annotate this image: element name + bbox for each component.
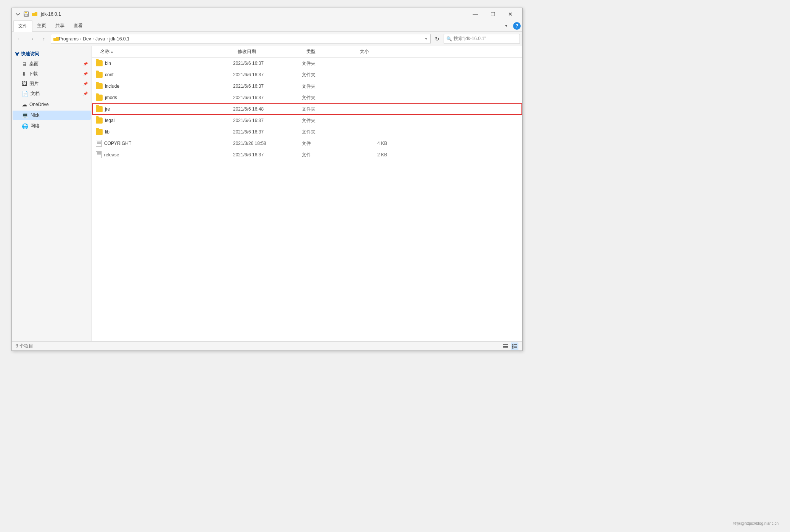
- item-count: 9 个项目: [16, 343, 33, 349]
- svg-rect-3: [503, 344, 508, 345]
- quick-access-header[interactable]: ⮟ 快速访问: [12, 49, 92, 59]
- file-type-cell: 文件: [299, 152, 352, 158]
- file-name-cell: conf: [93, 72, 230, 78]
- crumb-dev[interactable]: Dev: [83, 36, 91, 42]
- file-doc-icon: [96, 151, 102, 158]
- ribbon-tab-home[interactable]: 主页: [32, 20, 51, 31]
- sidebar: ⮟ 快速访问 🖥 桌面 📌 ⬇ 下载 📌 🖼 图片 📌: [12, 46, 92, 341]
- quick-access-down-icon[interactable]: [15, 11, 21, 17]
- svg-rect-8: [512, 346, 513, 347]
- file-doc-icon: [96, 140, 102, 147]
- file-name-label: bin: [105, 61, 111, 66]
- desktop-icon: 🖥: [22, 61, 27, 67]
- ribbon-tab-share[interactable]: 共享: [51, 20, 69, 31]
- svg-rect-5: [503, 347, 508, 348]
- file-type-cell: 文件夹: [299, 83, 352, 90]
- col-header-date[interactable]: 修改日期: [235, 48, 303, 56]
- search-box[interactable]: 🔍 搜索"jdk-16.0.1": [444, 34, 520, 44]
- file-name-cell: legal: [93, 117, 230, 124]
- maximize-button[interactable]: ☐: [484, 8, 502, 20]
- forward-button[interactable]: →: [26, 34, 37, 44]
- sidebar-item-thispc-label: Nick: [31, 113, 39, 118]
- table-row[interactable]: COPYRIGHT2021/3/26 18:58文件4 KB: [92, 138, 522, 149]
- file-date-cell: 2021/6/6 16:37: [230, 95, 299, 100]
- statusbar: 9 个项目: [12, 341, 522, 350]
- file-name-cell: release: [93, 151, 230, 158]
- table-row[interactable]: conf2021/6/6 16:37文件夹: [92, 69, 522, 80]
- file-type-cell: 文件夹: [299, 117, 352, 124]
- pin-icon-downloads: 📌: [83, 72, 88, 76]
- col-header-type[interactable]: 类型: [303, 48, 357, 56]
- sidebar-item-documents-label: 文档: [31, 90, 40, 97]
- list-view-button[interactable]: [502, 342, 509, 350]
- address-dropdown-icon[interactable]: ▼: [424, 37, 428, 41]
- table-row[interactable]: include2021/6/6 16:37文件夹: [92, 80, 522, 92]
- file-list: 名称 ▲ 修改日期 类型 大小 bin2021/6/6 16:37文件夹conf…: [92, 46, 522, 341]
- table-row[interactable]: jmods2021/6/6 16:37文件夹: [92, 92, 522, 103]
- file-explorer-window: jdk-16.0.1 — ☐ ✕ 文件 主页 共享 查看 ▼ ? ← → ↑ P…: [11, 8, 523, 351]
- ribbon-tab-file[interactable]: 文件: [13, 20, 32, 32]
- crumb-programs[interactable]: Programs: [59, 36, 79, 42]
- address-box[interactable]: Programs › Dev › Java › jdk-16.0.1 ▼: [51, 34, 431, 44]
- sidebar-item-desktop[interactable]: 🖥 桌面 📌: [13, 59, 91, 69]
- pin-icon-documents: 📌: [83, 92, 88, 96]
- sidebar-item-network[interactable]: 🌐 网络: [13, 121, 91, 131]
- window-controls: — ☐ ✕: [467, 8, 519, 20]
- file-name-label: legal: [105, 118, 114, 123]
- file-type-cell: 文件夹: [299, 72, 352, 78]
- file-name-cell: include: [93, 83, 230, 89]
- onedrive-section: ☁ OneDrive: [12, 100, 92, 109]
- file-name-label: COPYRIGHT: [104, 141, 131, 146]
- detail-view-button[interactable]: [511, 342, 518, 350]
- refresh-button[interactable]: ↻: [432, 34, 442, 44]
- crumb-java[interactable]: Java: [95, 36, 105, 42]
- sidebar-item-onedrive-label: OneDrive: [29, 102, 49, 107]
- file-date-cell: 2021/6/6 16:37: [230, 129, 299, 135]
- ribbon: 文件 主页 共享 查看 ▼ ?: [12, 20, 522, 32]
- documents-icon: 📄: [22, 91, 28, 97]
- thispc-icon: 💻: [22, 112, 28, 118]
- crumb-jdk[interactable]: jdk-16.0.1: [109, 36, 130, 42]
- file-date-cell: 2021/6/6 16:37: [230, 72, 299, 77]
- table-row[interactable]: jre2021/6/6 16:48文件夹: [92, 103, 522, 115]
- svg-rect-7: [514, 344, 517, 345]
- save-icon[interactable]: [23, 11, 29, 17]
- col-header-name[interactable]: 名称 ▲: [97, 48, 235, 56]
- help-button[interactable]: ?: [513, 22, 521, 30]
- sidebar-item-documents[interactable]: 📄 文档 📌: [13, 89, 91, 98]
- file-date-cell: 2021/6/6 16:37: [230, 61, 299, 66]
- sidebar-item-onedrive[interactable]: ☁ OneDrive: [13, 100, 91, 109]
- quick-access-label: 快速访问: [21, 51, 39, 57]
- col-header-size[interactable]: 大小: [357, 48, 395, 56]
- file-type-cell: 文件夹: [299, 129, 352, 135]
- close-button[interactable]: ✕: [502, 8, 519, 20]
- file-date-cell: 2021/6/6 16:37: [230, 152, 299, 158]
- file-name-cell: lib: [93, 129, 230, 135]
- file-date-cell: 2021/6/6 16:37: [230, 84, 299, 89]
- ribbon-expand-button[interactable]: ▼: [501, 21, 512, 31]
- table-row[interactable]: lib2021/6/6 16:37文件夹: [92, 126, 522, 138]
- minimize-button[interactable]: —: [467, 8, 484, 20]
- table-row[interactable]: release2021/6/6 16:37文件2 KB: [92, 149, 522, 161]
- pin-icon-pictures: 📌: [83, 82, 88, 86]
- file-date-cell: 2021/6/6 16:37: [230, 118, 299, 123]
- table-row[interactable]: legal2021/6/6 16:37文件夹: [92, 115, 522, 126]
- quick-access-section: ⮟ 快速访问 🖥 桌面 📌 ⬇ 下载 📌 🖼 图片 📌: [12, 49, 92, 98]
- watermark: 转摘@https://blog.nianc.cn: [733, 521, 779, 526]
- titlebar: jdk-16.0.1 — ☐ ✕: [12, 8, 522, 20]
- svg-rect-10: [512, 347, 513, 349]
- sidebar-item-pictures[interactable]: 🖼 图片 📌: [13, 79, 91, 88]
- folder-icon: [96, 117, 103, 124]
- table-row[interactable]: bin2021/6/6 16:37文件夹: [92, 58, 522, 69]
- sidebar-item-downloads[interactable]: ⬇ 下载 📌: [13, 69, 91, 79]
- ribbon-tab-view[interactable]: 查看: [69, 20, 87, 31]
- svg-rect-6: [512, 344, 513, 346]
- pin-icon-desktop: 📌: [83, 62, 88, 66]
- file-date-cell: 2021/3/26 18:58: [230, 141, 299, 146]
- file-list-header: 名称 ▲ 修改日期 类型 大小: [92, 46, 522, 58]
- file-name-cell: jmods: [93, 95, 230, 101]
- sidebar-item-thispc[interactable]: 💻 Nick: [13, 111, 91, 120]
- up-button[interactable]: ↑: [39, 34, 49, 44]
- svg-rect-1: [25, 12, 27, 13]
- file-rows-container: bin2021/6/6 16:37文件夹conf2021/6/6 16:37文件…: [92, 58, 522, 161]
